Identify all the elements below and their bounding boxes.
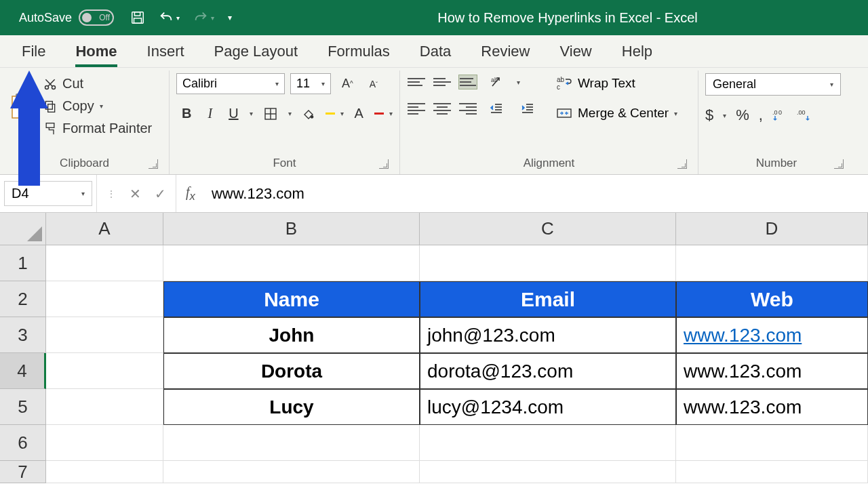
header-name[interactable]: Name bbox=[163, 281, 420, 317]
cell[interactable] bbox=[420, 461, 676, 483]
cell[interactable] bbox=[46, 389, 163, 425]
toggle-switch[interactable]: Off bbox=[79, 9, 114, 26]
cell[interactable] bbox=[46, 461, 163, 483]
number-format-select[interactable]: General▾ bbox=[705, 73, 841, 96]
bold-button[interactable]: B bbox=[176, 104, 197, 123]
cancel-formula-icon[interactable]: ✕ bbox=[130, 186, 141, 202]
name-box[interactable]: D4▾ bbox=[4, 181, 92, 206]
format-painter-button[interactable]: Format Painter bbox=[41, 118, 155, 139]
font-size-select[interactable]: 11▾ bbox=[290, 73, 331, 94]
cell[interactable] bbox=[420, 425, 676, 461]
increase-decimal-button[interactable]: .00 bbox=[772, 108, 787, 122]
borders-dropdown[interactable]: ▾ bbox=[288, 110, 292, 117]
cell-web[interactable]: www.123.com bbox=[676, 389, 868, 425]
select-all-corner[interactable] bbox=[0, 213, 46, 245]
fill-color-dropdown[interactable]: ▾ bbox=[340, 110, 344, 117]
currency-dropdown[interactable]: ▾ bbox=[723, 112, 726, 119]
cell[interactable] bbox=[46, 245, 163, 281]
tab-review[interactable]: Review bbox=[466, 36, 545, 67]
col-header-b[interactable]: B bbox=[163, 213, 420, 245]
cell-email[interactable]: lucy@1234.com bbox=[420, 389, 676, 425]
decrease-font-icon[interactable]: Aˇ bbox=[364, 77, 383, 92]
cell[interactable] bbox=[163, 461, 420, 483]
tab-file[interactable]: File bbox=[7, 36, 60, 67]
cell[interactable] bbox=[46, 425, 163, 461]
merge-center-button[interactable]: Merge & Center ▾ bbox=[553, 103, 680, 123]
orientation-dropdown[interactable]: ▾ bbox=[517, 79, 520, 86]
row-header-1[interactable]: 1 bbox=[0, 245, 46, 281]
col-header-c[interactable]: C bbox=[420, 213, 676, 245]
wrap-text-button[interactable]: abc Wrap Text bbox=[553, 73, 680, 94]
increase-indent-button[interactable] bbox=[515, 100, 540, 117]
qat-customize-icon[interactable]: ▾ bbox=[228, 13, 232, 22]
cell[interactable] bbox=[420, 245, 676, 281]
cell[interactable] bbox=[46, 353, 163, 389]
align-left-button[interactable] bbox=[407, 101, 426, 116]
header-web[interactable]: Web bbox=[676, 281, 868, 317]
undo-icon[interactable]: ▾ bbox=[159, 10, 180, 25]
cell[interactable] bbox=[676, 245, 868, 281]
autosave-toggle[interactable]: AutoSave Off bbox=[19, 9, 114, 26]
redo-icon[interactable]: ▾ bbox=[193, 10, 214, 25]
tab-view[interactable]: View bbox=[545, 36, 606, 67]
col-header-a[interactable]: A bbox=[46, 213, 163, 245]
cell-email[interactable]: dorota@123.com bbox=[420, 353, 676, 389]
cell-web[interactable]: www.123.com bbox=[676, 353, 868, 389]
cell[interactable] bbox=[163, 245, 420, 281]
save-icon[interactable] bbox=[130, 10, 145, 25]
cut-button[interactable]: Cut bbox=[41, 73, 155, 94]
row-header-3[interactable]: 3 bbox=[0, 317, 46, 353]
align-right-button[interactable] bbox=[458, 101, 477, 116]
cell-web-link[interactable]: www.123.com bbox=[676, 317, 868, 353]
cell-name[interactable]: Dorota bbox=[163, 353, 420, 389]
row-header-4[interactable]: 4 bbox=[0, 353, 46, 389]
comma-button[interactable]: , bbox=[759, 106, 763, 124]
increase-font-icon[interactable]: A^ bbox=[336, 75, 359, 93]
fx-icon[interactable]: fx bbox=[176, 184, 205, 203]
align-top-button[interactable] bbox=[407, 75, 426, 89]
align-center-button[interactable] bbox=[433, 101, 452, 116]
font-color-button[interactable]: A bbox=[349, 104, 369, 123]
decrease-decimal-button[interactable]: .00 bbox=[797, 108, 812, 122]
row-header-6[interactable]: 6 bbox=[0, 425, 46, 461]
cell[interactable] bbox=[46, 317, 163, 353]
tab-help[interactable]: Help bbox=[607, 36, 667, 67]
paste-button[interactable] bbox=[7, 73, 37, 141]
orientation-button[interactable]: ab bbox=[484, 73, 510, 91]
row-header-2[interactable]: 2 bbox=[0, 281, 46, 317]
confirm-formula-icon[interactable]: ✓ bbox=[155, 186, 166, 202]
copy-button[interactable]: Copy ▾ bbox=[41, 96, 155, 117]
align-middle-button[interactable] bbox=[433, 75, 452, 89]
font-color-dropdown[interactable]: ▾ bbox=[389, 110, 393, 117]
align-bottom-button[interactable] bbox=[458, 75, 477, 89]
tab-page-layout[interactable]: Page Layout bbox=[199, 36, 313, 67]
tab-home[interactable]: Home bbox=[60, 36, 132, 67]
underline-button[interactable]: U bbox=[223, 104, 243, 123]
formula-expand-icon[interactable]: ⋮ bbox=[106, 188, 116, 199]
number-dialog-launcher[interactable] bbox=[834, 159, 844, 169]
header-email[interactable]: Email bbox=[420, 281, 676, 317]
cell[interactable] bbox=[163, 425, 420, 461]
formula-input[interactable] bbox=[205, 185, 868, 203]
italic-button[interactable]: I bbox=[202, 104, 218, 123]
cell[interactable] bbox=[46, 281, 163, 317]
clipboard-dialog-launcher[interactable] bbox=[149, 159, 158, 169]
tab-insert[interactable]: Insert bbox=[132, 36, 199, 67]
cell[interactable] bbox=[676, 461, 868, 483]
cell-email[interactable]: john@123.com bbox=[420, 317, 676, 353]
alignment-dialog-launcher[interactable] bbox=[677, 159, 687, 169]
fill-color-button[interactable] bbox=[297, 106, 320, 121]
decrease-indent-button[interactable] bbox=[484, 100, 509, 117]
cell-name[interactable]: John bbox=[163, 317, 420, 353]
currency-button[interactable]: $ bbox=[705, 106, 713, 124]
font-dialog-launcher[interactable] bbox=[379, 159, 389, 169]
row-header-5[interactable]: 5 bbox=[0, 389, 46, 425]
cell-name[interactable]: Lucy bbox=[163, 389, 420, 425]
tab-formulas[interactable]: Formulas bbox=[313, 36, 405, 67]
percent-button[interactable]: % bbox=[736, 106, 749, 124]
borders-button[interactable] bbox=[258, 105, 283, 123]
row-header-7[interactable]: 7 bbox=[0, 461, 46, 483]
col-header-d[interactable]: D bbox=[676, 213, 868, 245]
underline-dropdown[interactable]: ▾ bbox=[250, 110, 253, 117]
tab-data[interactable]: Data bbox=[405, 36, 466, 67]
